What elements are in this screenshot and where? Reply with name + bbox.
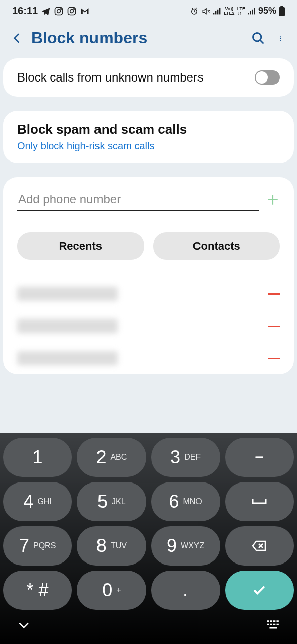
svg-point-2 [61, 8, 62, 9]
key-space[interactable] [225, 482, 294, 521]
svg-rect-8 [215, 11, 216, 14]
block-unknown-card[interactable]: Block calls from unknown numbers [3, 58, 294, 97]
key-2[interactable]: 2ABC [77, 438, 146, 477]
page-title: Block numbers [31, 29, 251, 47]
block-spam-subtitle: Only block high-risk scam calls [17, 140, 280, 152]
status-bar: 16:11 Vo))LTE2 LTE↓↑ 95% [0, 0, 297, 20]
more-options-button[interactable] [277, 31, 287, 46]
block-unknown-toggle[interactable] [255, 70, 280, 85]
svg-rect-23 [273, 620, 275, 622]
svg-point-5 [74, 8, 75, 9]
svg-point-4 [70, 9, 74, 13]
svg-rect-11 [248, 13, 249, 14]
blocked-item [17, 278, 280, 310]
key-3[interactable]: 3DEF [151, 438, 220, 477]
key-4[interactable]: 4GHI [3, 482, 72, 521]
svg-rect-25 [267, 624, 269, 625]
key-minus[interactable] [225, 438, 294, 477]
remove-button[interactable] [268, 358, 280, 359]
mute-icon [202, 7, 211, 16]
svg-rect-29 [269, 627, 277, 628]
search-button[interactable] [251, 31, 266, 46]
key-1[interactable]: 1 [3, 438, 72, 477]
svg-rect-15 [279, 7, 285, 16]
signal-icon-2 [248, 8, 256, 15]
svg-point-18 [280, 36, 281, 37]
status-time: 16:11 [12, 5, 38, 17]
svg-rect-12 [250, 11, 251, 14]
remove-button[interactable] [268, 326, 280, 327]
key-backspace[interactable] [225, 526, 294, 566]
volte-icon: Vo))LTE2 [224, 7, 234, 16]
lte-icon: LTE↓↑ [237, 7, 245, 16]
toggle-knob [256, 71, 268, 84]
blocked-item [17, 310, 280, 342]
add-number-card: Recents Contacts [3, 177, 294, 374]
battery-icon [279, 6, 285, 16]
key-0[interactable]: 0+ [77, 571, 146, 610]
svg-rect-21 [267, 620, 269, 622]
svg-rect-13 [252, 9, 253, 14]
svg-rect-26 [270, 624, 272, 625]
keyboard-switch-button[interactable] [267, 619, 280, 634]
block-spam-card[interactable]: Block spam and scam calls Only block hig… [3, 111, 294, 163]
keyboard-collapse-button[interactable] [17, 619, 30, 634]
block-spam-title: Block spam and scam calls [17, 122, 280, 137]
battery-percent: 95% [258, 6, 276, 16]
numeric-keypad: 12ABC3DEF4GHI5JKL6MNO7PQRS8TUV9WXYZ* #0+… [0, 433, 297, 644]
status-left: 16:11 [12, 5, 90, 17]
key-confirm[interactable] [225, 571, 294, 610]
key-* #[interactable]: * # [3, 571, 72, 610]
key-9[interactable]: 9WXYZ [151, 526, 220, 566]
instagram-icon-2 [67, 6, 77, 16]
back-button[interactable] [10, 31, 24, 45]
svg-rect-27 [273, 624, 275, 625]
svg-rect-7 [213, 13, 214, 14]
blocked-number [17, 351, 118, 365]
remove-button[interactable] [268, 293, 280, 295]
svg-rect-14 [254, 8, 255, 14]
contacts-button[interactable]: Contacts [153, 232, 280, 260]
app-header: Block numbers [0, 20, 297, 58]
phone-number-input[interactable] [17, 188, 259, 211]
blocked-number [17, 287, 118, 301]
svg-point-1 [57, 9, 61, 13]
alarm-icon [190, 7, 199, 16]
svg-rect-22 [270, 620, 272, 622]
svg-rect-10 [219, 8, 220, 14]
blocked-item [17, 342, 280, 374]
gmail-icon [80, 6, 90, 16]
key-8[interactable]: 8TUV [77, 526, 146, 566]
key-6[interactable]: 6MNO [151, 482, 220, 521]
block-unknown-label: Block calls from unknown numbers [17, 70, 204, 85]
instagram-icon [54, 6, 64, 16]
svg-rect-16 [280, 6, 283, 8]
recents-button[interactable]: Recents [17, 232, 144, 260]
key-5[interactable]: 5JKL [77, 482, 146, 521]
svg-point-17 [253, 33, 261, 41]
svg-point-20 [280, 40, 281, 41]
blocked-number [17, 319, 118, 333]
status-right: Vo))LTE2 LTE↓↑ 95% [190, 6, 285, 16]
key-7[interactable]: 7PQRS [3, 526, 72, 566]
svg-point-19 [280, 38, 281, 39]
add-number-button[interactable] [266, 193, 280, 207]
blocked-list [17, 278, 280, 374]
svg-rect-28 [277, 624, 279, 625]
key-.[interactable]: . [151, 571, 220, 610]
svg-rect-9 [217, 9, 218, 14]
telegram-icon [41, 6, 51, 16]
signal-icon [213, 8, 221, 15]
svg-rect-24 [277, 620, 279, 622]
